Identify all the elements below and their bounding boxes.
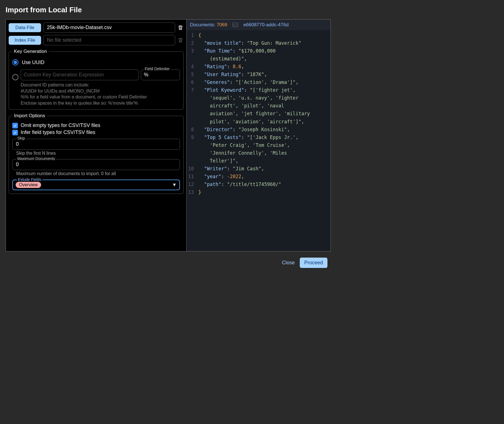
radio-icon (12, 59, 18, 65)
index-file-path[interactable]: No file selected (43, 35, 175, 45)
dialog-footer: Close Proceed (6, 251, 331, 268)
radio-use-uuid[interactable]: Use UUID (12, 59, 180, 65)
custom-expression-input[interactable]: Custom Key Generation Expression (21, 69, 139, 80)
key-generation-legend: Key Generation (12, 49, 49, 54)
key-icon: KEY (232, 22, 238, 28)
checkbox-icon (12, 130, 18, 135)
svg-text:KEY: KEY (233, 24, 237, 26)
preview-pane: Documents: 7069 KEY e6608770-addc-476d 1… (187, 20, 331, 251)
check-label: Omit empty types for CSV/TSV files (21, 123, 100, 128)
skip-hint: Skip the first N lines (16, 151, 180, 156)
checkbox-icon (12, 123, 18, 128)
radio-icon (12, 74, 18, 80)
preview-header: Documents: 7069 KEY e6608770-addc-476d (187, 20, 331, 30)
trash-icon-disabled (177, 37, 184, 44)
check-label: Infer field types for CSV/TSV files (21, 129, 95, 135)
skip-label: Skip (16, 136, 26, 140)
import-options-legend: Import Options (12, 113, 47, 119)
index-file-button[interactable]: Index File (9, 36, 41, 45)
data-file-button[interactable]: Data File (9, 23, 41, 32)
radio-label: Use UUID (22, 60, 44, 65)
json-preview[interactable]: 123 4567 89 10111213 { "movie title": "T… (187, 30, 331, 251)
document-id: e6608770-addc-476d (243, 22, 289, 28)
main-panel: Data File 25k-IMDb-movie-Dataset.csv Ind… (6, 19, 331, 251)
documents-count: Documents: 7069 (190, 22, 227, 28)
import-options-group: Import Options Omit empty types for CSV/… (9, 113, 184, 194)
skip-field-wrap: Skip 0 (12, 139, 180, 150)
field-delimiter-label: Field Delimiter (144, 67, 171, 71)
dialog-title: Import from Local File (6, 6, 331, 14)
exclude-fields-select[interactable]: Exlude Fields Overview ▼ (12, 180, 180, 190)
import-dialog: Import from Local File Data File 25k-IMD… (0, 0, 336, 274)
field-delimiter-wrap: Field Delimiter % (141, 69, 180, 80)
left-pane: Data File 25k-IMDb-movie-Dataset.csv Ind… (6, 20, 187, 251)
maxdocs-hint: Maximum number of documents to import. 0… (16, 171, 180, 176)
data-file-row: Data File 25k-IMDb-movie-Dataset.csv (9, 22, 184, 33)
radio-custom-expr[interactable] (12, 74, 18, 80)
maxdocs-field-wrap: Maximum Documents 0 (12, 159, 180, 170)
skip-input[interactable]: 0 (12, 139, 180, 150)
close-button[interactable]: Close (282, 260, 295, 266)
maxdocs-label: Maximum Documents (16, 156, 56, 161)
data-file-path[interactable]: 25k-IMDb-movie-Dataset.csv (43, 22, 175, 33)
keygen-help-text: Document ID patterns can include: #UUID#… (21, 82, 180, 106)
key-generation-group: Key Generation Use UUID Custom Key Gener… (9, 49, 184, 110)
proceed-button[interactable]: Proceed (300, 258, 327, 268)
exclude-fields-label: Exlude Fields (17, 177, 42, 182)
check-infer-types[interactable]: Infer field types for CSV/TSV files (12, 129, 180, 135)
check-omit-empty[interactable]: Omit empty types for CSV/TSV files (12, 123, 180, 128)
index-file-row: Index File No file selected (9, 35, 184, 45)
trash-icon[interactable] (177, 24, 184, 31)
chevron-down-icon: ▼ (172, 182, 177, 187)
exclude-chip[interactable]: Overview (16, 182, 41, 188)
